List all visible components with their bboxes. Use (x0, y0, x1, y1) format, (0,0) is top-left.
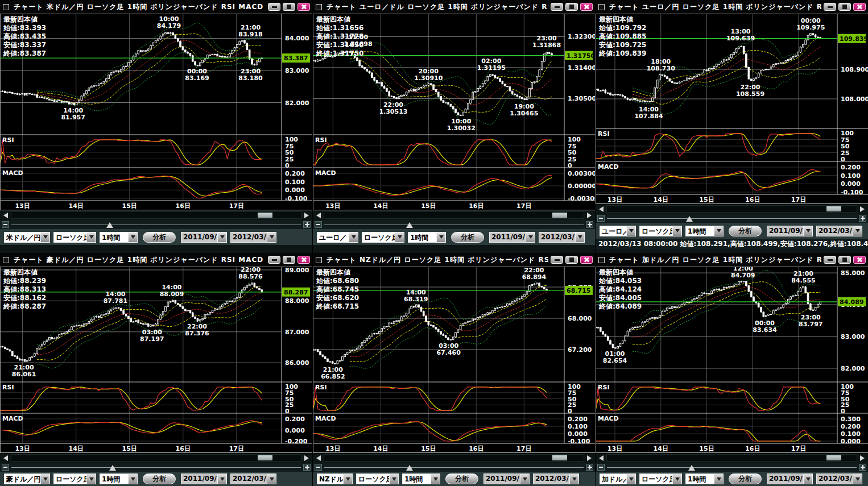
analyze-button[interactable]: 分析 (445, 473, 478, 484)
pair-dropdown-button[interactable] (40, 473, 50, 484)
date-from-dropdown-button[interactable] (803, 226, 813, 236)
type-dropdown-button[interactable] (395, 232, 404, 243)
interval-dropdown-button[interactable] (714, 473, 724, 484)
date-to-dropdown-button[interactable] (569, 473, 579, 484)
zoom-in-button[interactable] (303, 464, 311, 471)
pair-select[interactable]: 豪ドル／円 (4, 473, 50, 484)
scrollbar-thumb[interactable] (258, 455, 272, 460)
type-dropdown-button[interactable] (672, 226, 682, 236)
date-to-select[interactable]: 2012/03/17 (230, 473, 276, 484)
chart-type-select[interactable]: ローソク足 (53, 473, 96, 484)
pair-select[interactable]: ユーロ／ドル (317, 232, 358, 243)
scrollbar-thumb[interactable] (258, 213, 272, 218)
zoom-out-button[interactable] (315, 464, 322, 471)
scroll-left-button[interactable] (315, 211, 323, 219)
zoom-out-button[interactable] (597, 215, 605, 222)
chart-type-select[interactable]: ローソク足 (356, 473, 399, 484)
type-dropdown-button[interactable] (86, 232, 96, 243)
date-from-select[interactable]: 2011/09/17 (181, 473, 227, 484)
zoom-out-button[interactable] (315, 221, 322, 228)
chart-area[interactable]: 89.00088.00087.00086.00088.28722:0088.57… (0, 267, 312, 453)
date-from-select[interactable]: 2011/09/17 (483, 473, 530, 484)
chart-area[interactable]: 108.900108.000109.83900:00109.97513:0010… (596, 14, 868, 204)
scroll-right-button[interactable] (585, 454, 593, 462)
scroll-right-button[interactable] (303, 454, 311, 462)
maximize-button[interactable] (838, 3, 851, 11)
interval-dropdown-button[interactable] (128, 232, 138, 243)
analyze-button[interactable]: 分析 (451, 232, 484, 243)
close-button[interactable] (580, 3, 593, 11)
date-from-dropdown-button[interactable] (803, 473, 813, 484)
scrollbar-thumb[interactable] (552, 213, 567, 218)
scroll-right-button[interactable] (303, 211, 311, 219)
date-to-dropdown-button[interactable] (267, 473, 276, 484)
zoom-out-button[interactable] (2, 464, 9, 471)
interval-dropdown-button[interactable] (431, 473, 440, 484)
date-to-dropdown-button[interactable] (575, 232, 585, 243)
type-dropdown-button[interactable] (389, 473, 399, 484)
interval-select[interactable]: 1時間 (685, 226, 724, 236)
pair-select[interactable]: 加ドル／円 (600, 473, 636, 484)
scrollbar-track[interactable] (606, 454, 857, 462)
analyze-button[interactable]: 分析 (143, 473, 176, 484)
zoom-thumb[interactable] (109, 465, 116, 471)
scroll-right-button[interactable] (585, 211, 593, 219)
zoom-track[interactable] (607, 215, 857, 222)
date-to-dropdown-button[interactable] (853, 226, 862, 236)
zoom-thumb[interactable] (688, 465, 695, 471)
close-button[interactable] (853, 256, 866, 264)
scrollbar-track[interactable] (324, 454, 584, 462)
date-to-dropdown-button[interactable] (267, 232, 276, 243)
close-button[interactable] (580, 256, 593, 264)
zoom-track[interactable] (324, 221, 584, 228)
date-from-select[interactable]: 2011/09/17 (489, 232, 535, 243)
type-dropdown-button[interactable] (672, 473, 682, 484)
scrollbar-thumb[interactable] (826, 455, 841, 460)
zoom-track[interactable] (324, 464, 584, 471)
date-from-dropdown-button[interactable] (526, 232, 535, 243)
scrollbar-track[interactable] (606, 205, 857, 213)
date-to-select[interactable]: 2012/03/17 (816, 473, 862, 484)
scrollbar-thumb[interactable] (826, 206, 841, 211)
chart-area[interactable]: 85.00084.00083.00082.00084.08912:0084.70… (596, 267, 868, 453)
pair-dropdown-button[interactable] (40, 232, 50, 243)
pair-select[interactable]: ユーロ／円 (600, 226, 636, 236)
interval-dropdown-button[interactable] (436, 232, 446, 243)
pair-select[interactable]: 米ドル／円 (4, 232, 50, 243)
minimize-button[interactable] (824, 256, 836, 264)
chart-type-select[interactable]: ローソク足 (53, 232, 96, 243)
interval-select[interactable]: 1時間 (100, 232, 138, 243)
zoom-thumb[interactable] (106, 222, 113, 228)
pair-select[interactable]: NZドル／円 (317, 473, 353, 484)
scroll-left-button[interactable] (2, 454, 10, 462)
maximize-button[interactable] (283, 256, 295, 264)
scroll-left-button[interactable] (597, 205, 605, 213)
interval-select[interactable]: 1時間 (100, 473, 138, 484)
zoom-in-button[interactable] (859, 464, 866, 471)
maximize-button[interactable] (565, 3, 578, 11)
date-to-select[interactable]: 2012/03/17 (816, 226, 862, 236)
date-to-select[interactable]: 2012/03/17 (533, 473, 579, 484)
maximize-button[interactable] (838, 256, 851, 264)
zoom-out-button[interactable] (597, 464, 605, 471)
interval-select[interactable]: 1時間 (402, 473, 440, 484)
date-to-dropdown-button[interactable] (853, 473, 862, 484)
zoom-track[interactable] (11, 221, 301, 228)
date-from-select[interactable]: 2011/09/17 (767, 226, 813, 236)
analyze-button[interactable]: 分析 (143, 232, 176, 243)
scrollbar-track[interactable] (11, 454, 301, 462)
minimize-button[interactable] (551, 256, 563, 264)
pair-dropdown-button[interactable] (626, 226, 636, 236)
pair-dropdown-button[interactable] (349, 232, 358, 243)
chart-area[interactable]: 84.00083.00082.00083.38710:0084.17921:00… (0, 14, 312, 210)
date-from-select[interactable]: 2011/09/17 (181, 232, 227, 243)
zoom-in-button[interactable] (859, 215, 866, 222)
scrollbar-track[interactable] (11, 211, 301, 219)
zoom-track[interactable] (607, 464, 857, 471)
zoom-in-button[interactable] (586, 464, 593, 471)
date-from-dropdown-button[interactable] (217, 232, 227, 243)
analyze-button[interactable]: 分析 (729, 226, 762, 236)
chart-area[interactable]: 1.323001.314001.305001.3175011:001.31898… (313, 14, 595, 210)
zoom-track[interactable] (11, 464, 301, 471)
chart-area[interactable]: 68.80068.00067.20068.71522:0068.89414:00… (313, 267, 595, 453)
